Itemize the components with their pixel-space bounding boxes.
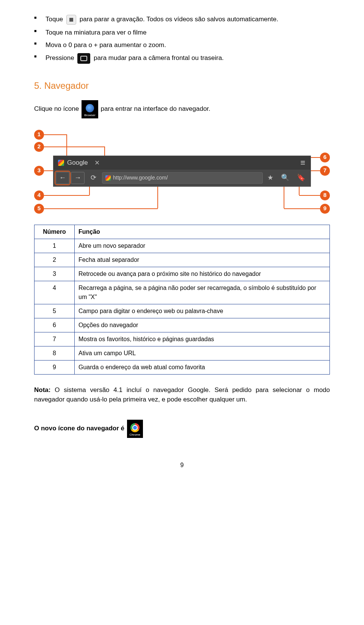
table-row: 7Mostra os favoritos, histórico e página… xyxy=(35,332,330,346)
toolbar: ← → ⟳ http://www.google.com/ ★ 🔍 🔖 xyxy=(53,170,311,186)
nav-sentence: Clique no ícone Browser para entrar na i… xyxy=(34,100,330,118)
text: para entrar na interface do navegador. xyxy=(101,105,210,112)
bullet-text: Pressione xyxy=(46,54,76,61)
bullet-text: para parar a gravação. Todos os vídeos s… xyxy=(80,16,278,23)
stop-record-icon xyxy=(66,15,76,25)
callout-2: 2 xyxy=(34,142,44,152)
browser-annotated-figure: 1 2 3 4 5 6 7 8 9 Google xyxy=(34,130,330,217)
note-body: O sistema versão 4.1 incluí o navegador … xyxy=(34,386,330,403)
bookmark-star-icon[interactable]: ★ xyxy=(264,173,276,183)
bullet-list: Toque para parar a gravação. Todos os ví… xyxy=(34,14,330,64)
callout-9: 9 xyxy=(320,204,330,214)
url-input[interactable]: http://www.google.com/ xyxy=(102,172,263,184)
cell-func: Opções do navegador xyxy=(75,318,330,332)
bullet-item: Mova o 0 para o + para aumentar o zoom. xyxy=(34,40,330,50)
th-func: Função xyxy=(75,225,330,239)
cell-num: 8 xyxy=(35,346,75,360)
callout-1: 1 xyxy=(34,130,44,140)
cell-num: 6 xyxy=(35,318,75,332)
cell-func: Ativa um campo URL xyxy=(75,346,330,360)
chrome-app-icon: Chrome xyxy=(127,420,143,438)
bookmarks-ribbon-icon[interactable]: 🔖 xyxy=(294,173,308,183)
table-row: 9Guarda o endereço da web atual como fav… xyxy=(35,360,330,374)
table-header-row: Número Função xyxy=(35,225,330,239)
leader xyxy=(284,187,284,208)
cell-num: 5 xyxy=(35,304,75,318)
leader xyxy=(311,157,320,158)
callout-4: 4 xyxy=(34,190,44,200)
table-row: 6Opções do navegador xyxy=(35,318,330,332)
leader xyxy=(311,170,320,171)
back-button[interactable]: ← xyxy=(56,172,69,184)
leader xyxy=(66,134,67,156)
bullet-text: Toque na miniatura para ver o filme xyxy=(46,29,146,36)
forward-button[interactable]: → xyxy=(71,172,85,184)
cell-num: 2 xyxy=(35,253,75,267)
callout-7: 7 xyxy=(320,166,330,176)
tab-close-button[interactable]: × xyxy=(93,156,102,169)
bullet-text: Mova o 0 para o + para aumentar o zoom. xyxy=(46,41,166,49)
leader xyxy=(157,187,158,208)
bullet-text: para mudar para a câmera frontal ou tras… xyxy=(94,54,224,61)
table-row: 3Retrocede ou avança para o próximo site… xyxy=(35,267,330,281)
cell-func: Mostra os favoritos, histórico e páginas… xyxy=(75,332,330,346)
camera-switch-icon xyxy=(77,53,90,64)
callout-6: 6 xyxy=(320,153,330,162)
callout-5: 5 xyxy=(34,204,44,214)
table-row: 4Recarrega a página, se a página não pod… xyxy=(35,281,330,304)
leader xyxy=(44,208,158,209)
functions-table: Número Função 1Abre um novo separador 2F… xyxy=(34,225,330,375)
text: Clique no ícone xyxy=(34,105,81,112)
text: O novo ícone do navegador é xyxy=(34,425,126,432)
leader xyxy=(104,146,105,156)
note-paragraph: Nota: O sistema versão 4.1 incluí o nave… xyxy=(34,385,330,405)
bullet-item: Toque para parar a gravação. Todos os ví… xyxy=(34,14,330,25)
th-num: Número xyxy=(35,225,75,239)
table-row: 5Campo para digitar o endereço web ou pa… xyxy=(35,304,330,318)
browser-screenshot: Google × ≡ ← → ⟳ http://www.google.com/ … xyxy=(53,156,311,187)
leader xyxy=(299,187,300,195)
cell-num: 7 xyxy=(35,332,75,346)
table-row: 8Ativa um campo URL xyxy=(35,346,330,360)
leader xyxy=(299,195,320,196)
leader xyxy=(284,208,320,209)
tab-bar: Google × ≡ xyxy=(53,156,311,170)
cell-num: 3 xyxy=(35,267,75,281)
callout-8: 8 xyxy=(320,190,330,200)
section-heading: 5. Navegador xyxy=(34,79,330,93)
table-row: 2Fecha atual separador xyxy=(35,253,330,267)
search-icon[interactable]: 🔍 xyxy=(278,173,292,183)
reload-button[interactable]: ⟳ xyxy=(86,173,100,183)
bullet-item: Toque na miniatura para ver o filme xyxy=(34,28,330,38)
url-text: http://www.google.com/ xyxy=(113,174,168,182)
note-lead: Nota: xyxy=(34,386,55,394)
cell-func: Guarda o endereço da web atual como favo… xyxy=(75,360,330,374)
cell-func: Abre um novo separador xyxy=(75,239,330,253)
leader xyxy=(89,187,90,195)
leader xyxy=(44,146,105,147)
tab-menu-icon[interactable]: ≡ xyxy=(295,156,311,169)
table-row: 1Abre um novo separador xyxy=(35,239,330,253)
site-icon xyxy=(105,175,111,181)
cell-num: 1 xyxy=(35,239,75,253)
cell-func: Campo para digitar o endereço web ou pal… xyxy=(75,304,330,318)
cell-func: Retrocede ou avança para o próximo site … xyxy=(75,267,330,281)
callout-3: 3 xyxy=(34,166,44,176)
page-number: 9 xyxy=(34,461,330,470)
tab-label: Google xyxy=(67,158,88,168)
cell-func: Recarrega a página, se a página não pode… xyxy=(75,281,330,304)
bullet-item: Pressione para mudar para a câmera front… xyxy=(34,53,330,64)
cell-num: 4 xyxy=(35,281,75,304)
browser-app-icon: Browser xyxy=(82,100,98,118)
cell-num: 9 xyxy=(35,360,75,374)
cell-func: Fecha atual separador xyxy=(75,253,330,267)
leader xyxy=(44,134,67,135)
favicon-icon xyxy=(58,160,64,166)
chrome-line: O novo ícone do navegador é Chrome xyxy=(34,420,330,438)
leader xyxy=(44,195,89,196)
bullet-text: Toque xyxy=(46,16,65,23)
browser-tab[interactable]: Google xyxy=(53,156,93,170)
leader xyxy=(44,170,53,171)
